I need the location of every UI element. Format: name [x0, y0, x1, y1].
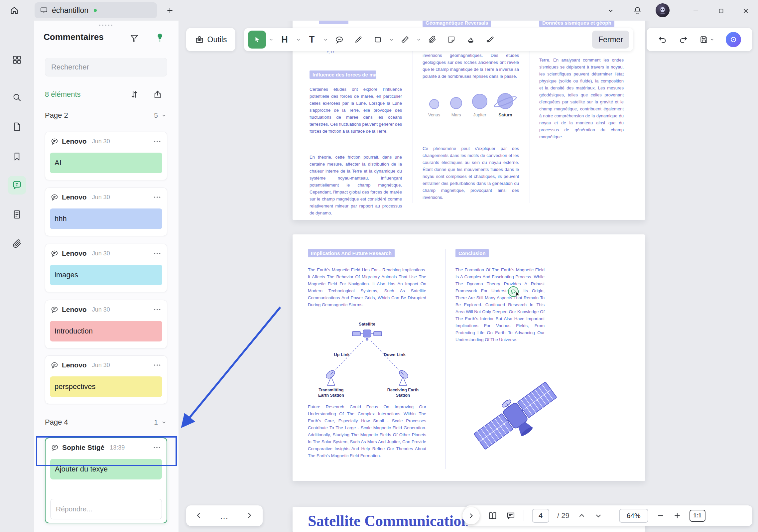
more-options-icon[interactable]: [153, 443, 161, 452]
text-tool-glyph: T: [309, 35, 315, 45]
close-toolbar-button[interactable]: Fermer: [592, 31, 629, 49]
document-tab[interactable]: échantillon: [35, 2, 157, 18]
pin-icon[interactable]: [155, 33, 165, 43]
annotation-visibility-button[interactable]: [506, 511, 516, 521]
nav-more-label[interactable]: …: [220, 512, 229, 519]
brand-logo-icon[interactable]: [11, 531, 21, 532]
more-options-icon[interactable]: [153, 361, 162, 369]
panel-drag-handle[interactable]: [99, 25, 112, 26]
comment-highlight-text[interactable]: Ajouter du texye: [50, 459, 162, 479]
measure-tool-icon: [401, 35, 410, 44]
planet-circle: [429, 99, 439, 109]
measure-tool-button[interactable]: [396, 31, 414, 49]
notifications-bell-button[interactable]: [632, 5, 643, 16]
actual-size-button[interactable]: 1:1: [690, 510, 705, 522]
comment-highlight-text[interactable]: AI: [50, 153, 162, 173]
nav-previous-button[interactable]: [194, 511, 204, 521]
more-options-icon[interactable]: [153, 193, 162, 201]
comment-card[interactable]: Lenovo Jun 30 AI: [45, 132, 167, 180]
column-divider: [413, 48, 413, 203]
signature-tool-button[interactable]: [481, 31, 499, 49]
previous-page-button[interactable]: [577, 511, 586, 520]
shape-tool-button[interactable]: [369, 31, 386, 49]
export-icon[interactable]: [153, 89, 163, 99]
home-button[interactable]: [7, 3, 22, 18]
save-button[interactable]: [699, 35, 714, 44]
comment-tool-button[interactable]: [330, 31, 348, 49]
zoom-level-field[interactable]: 64%: [619, 509, 648, 523]
comment-highlight-text[interactable]: hhh: [50, 208, 162, 229]
select-tool-button[interactable]: [248, 31, 266, 49]
more-options-icon[interactable]: [153, 249, 162, 258]
chevron-down-icon[interactable]: [161, 419, 167, 426]
titlebar: échantillon: [0, 0, 758, 21]
group-row-page-4[interactable]: Page 4 1: [45, 417, 167, 428]
attach-tool-button[interactable]: [424, 31, 441, 49]
group-row-page-2[interactable]: Page 2 5: [45, 110, 167, 121]
bookmark-panel-icon[interactable]: [12, 152, 22, 162]
select-tool-chevron[interactable]: [268, 31, 274, 49]
text-tool-chevron[interactable]: [322, 31, 328, 49]
tools-menu-button[interactable]: Outils: [186, 28, 235, 51]
heading-tool-glyph: H: [281, 35, 288, 45]
chevron-down-icon[interactable]: [161, 112, 167, 119]
user-avatar[interactable]: [656, 3, 670, 17]
search-input[interactable]: [51, 63, 161, 71]
page-comment-marker[interactable]: [508, 286, 519, 298]
attachment-panel-icon[interactable]: [12, 239, 22, 249]
undo-button[interactable]: [658, 35, 667, 44]
zoom-in-button[interactable]: [673, 511, 682, 520]
pages-panel-icon[interactable]: [12, 122, 22, 132]
redo-button[interactable]: [679, 35, 688, 44]
sticker-tool-button[interactable]: [443, 31, 460, 49]
save-options-chevron[interactable]: [710, 37, 714, 42]
notes-panel-icon[interactable]: [12, 209, 22, 219]
comment-date: Jun 30: [92, 250, 110, 257]
apps-grid-icon[interactable]: [12, 55, 22, 65]
sort-icon[interactable]: [129, 89, 139, 99]
panel-title: Commentaires: [44, 32, 104, 42]
comment-card[interactable]: Lenovo Jun 30 images: [45, 244, 167, 292]
measure-tool-chevron[interactable]: [416, 31, 422, 49]
comment-card-selected[interactable]: Sophie Stigé 13:39 Ajouter du texye: [45, 438, 167, 523]
search-icon[interactable]: [12, 92, 22, 102]
comment-highlight-text[interactable]: images: [50, 265, 162, 285]
heading-tool-button[interactable]: H: [276, 31, 293, 49]
comment-card[interactable]: Lenovo Jun 30 Introduction: [45, 300, 167, 348]
comment-card[interactable]: Lenovo Jun 30 hhh: [45, 188, 167, 236]
collapse-bar-button[interactable]: [462, 507, 480, 524]
doc-paragraph: Ce phénomène peut s'expliquer par des ch…: [423, 145, 519, 201]
nav-next-button[interactable]: [245, 511, 255, 521]
comments-panel-icon[interactable]: [8, 176, 26, 195]
reading-mode-button[interactable]: [488, 511, 498, 521]
comment-highlight-text[interactable]: Introduction: [50, 321, 162, 341]
satellite-link-diagram: Satellite Up Link Down Link Transmitting…: [308, 322, 426, 401]
pen-tool-button[interactable]: [350, 31, 367, 49]
ai-assistant-button[interactable]: [726, 32, 741, 47]
tab-list-chevron-button[interactable]: [606, 6, 616, 16]
planets-illustration: Venus Mars Jupiter Saturn: [423, 93, 519, 117]
shape-tool-chevron[interactable]: [388, 31, 394, 49]
reply-input[interactable]: [56, 505, 156, 513]
comment-card[interactable]: Lenovo Jun 30 perspectives: [45, 355, 167, 404]
more-options-icon[interactable]: [153, 305, 162, 314]
page-number-field[interactable]: [532, 509, 549, 523]
maximize-button[interactable]: [715, 5, 727, 17]
close-button[interactable]: [740, 5, 751, 17]
comments-search[interactable]: [45, 58, 167, 76]
filter-icon[interactable]: [129, 33, 139, 43]
next-page-button[interactable]: [594, 511, 603, 520]
stamp-tool-button[interactable]: [462, 31, 479, 49]
page-number-input[interactable]: [533, 511, 548, 520]
more-options-icon[interactable]: [153, 137, 162, 146]
new-tab-button[interactable]: [164, 5, 176, 16]
heading-tool-chevron[interactable]: [295, 31, 301, 49]
planet-label: Jupiter: [473, 112, 486, 117]
text-tool-button[interactable]: T: [303, 31, 320, 49]
minimize-button[interactable]: [690, 5, 701, 17]
zoom-out-button[interactable]: [656, 511, 665, 520]
satellite-label: Satellite: [350, 322, 384, 327]
page-total-label: / 29: [557, 511, 569, 520]
reply-field[interactable]: [50, 499, 162, 519]
comment-highlight-text[interactable]: perspectives: [50, 376, 162, 397]
